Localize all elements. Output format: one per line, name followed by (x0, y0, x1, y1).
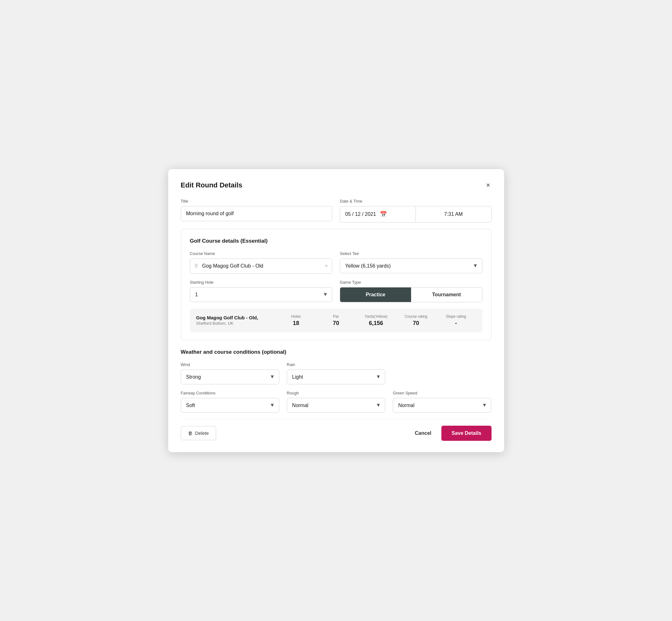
par-label: Par (316, 314, 356, 319)
weather-section-title: Weather and course conditions (optional) (181, 349, 492, 355)
par-value: 70 (316, 320, 356, 327)
date-value: 05 / 12 / 2021 (345, 211, 376, 217)
starting-hole-dropdown[interactable]: 1 (190, 287, 333, 302)
course-info-box: Gog Magog Golf Club - Old, Shelford Bott… (190, 308, 482, 332)
date-time-group: Date & Time 05 / 12 / 2021 📅 7:31 AM (340, 199, 492, 222)
edit-round-modal: Edit Round Details × Title Date & Time 0… (168, 169, 504, 452)
wind-rain-row: Wind Strong ▼ Rain Light ▼ (181, 362, 492, 384)
rough-select-wrap: Normal ▼ (287, 398, 385, 413)
fairway-dropdown[interactable]: Soft (181, 398, 279, 413)
fairway-group: Fairway Conditions Soft ▼ (181, 391, 279, 413)
calendar-icon: 📅 (380, 211, 387, 218)
fairway-label: Fairway Conditions (181, 391, 279, 396)
select-tee-group: Select Tee Yellow (6,156 yards) ▼ (340, 251, 482, 274)
select-tee-wrap: Yellow (6,156 yards) ▼ (340, 258, 482, 273)
trash-icon: 🗑 (188, 430, 193, 436)
title-label: Title (181, 199, 333, 204)
green-speed-label: Green Speed (393, 391, 491, 396)
holes-label: Holes (276, 314, 316, 319)
green-speed-select-wrap: Normal ▼ (393, 398, 491, 413)
game-type-group: Game Type Practice Tournament (340, 280, 482, 302)
rain-select-wrap: Light ▼ (287, 370, 385, 384)
holes-value: 18 (276, 320, 316, 327)
title-input[interactable] (181, 206, 333, 221)
starting-hole-group: Starting Hole 1 ▼ (190, 280, 333, 302)
slope-rating-value: - (436, 320, 476, 327)
wind-dropdown[interactable]: Strong (181, 370, 279, 384)
select-tee-label: Select Tee (340, 251, 482, 256)
wind-select-wrap: Strong ▼ (181, 370, 279, 384)
course-info-name: Gog Magog Golf Club - Old, Shelford Bott… (196, 315, 276, 326)
holes-stat: Holes 18 (276, 314, 316, 327)
game-type-label: Game Type (340, 280, 482, 285)
footer-right: Cancel Save Details (412, 426, 492, 441)
golf-course-title: Golf Course details (Essential) (190, 238, 482, 244)
practice-button[interactable]: Practice (340, 287, 411, 302)
green-speed-dropdown[interactable]: Normal (393, 398, 491, 413)
par-stat: Par 70 (316, 314, 356, 327)
game-type-toggle: Practice Tournament (340, 287, 482, 302)
course-location: Shelford Bottom, UK (196, 321, 276, 326)
course-name-group: Course Name ⚲ × (190, 251, 333, 274)
fairway-rough-green-row: Fairway Conditions Soft ▼ Rough Normal ▼ (181, 391, 492, 413)
wind-group: Wind Strong ▼ (181, 362, 279, 384)
weather-section: Weather and course conditions (optional)… (181, 349, 492, 413)
course-rating-value: 70 (396, 320, 436, 327)
date-time-label: Date & Time (340, 199, 492, 204)
rough-group: Rough Normal ▼ (287, 391, 385, 413)
cancel-button[interactable]: Cancel (412, 426, 434, 440)
course-rating-label: Course rating (396, 314, 436, 319)
footer-row: 🗑 Delete Cancel Save Details (181, 419, 492, 441)
slope-rating-label: Slope rating (436, 314, 476, 319)
course-rating-stat: Course rating 70 (396, 314, 436, 327)
rain-label: Rain (287, 362, 385, 367)
starting-hole-label: Starting Hole (190, 280, 333, 285)
time-part[interactable]: 7:31 AM (416, 206, 491, 222)
title-date-row: Title Date & Time 05 / 12 / 2021 📅 7:31 … (181, 199, 492, 222)
fairway-select-wrap: Soft ▼ (181, 398, 279, 413)
time-value: 7:31 AM (444, 211, 463, 217)
delete-button[interactable]: 🗑 Delete (181, 426, 216, 440)
golf-course-section: Golf Course details (Essential) Course N… (181, 229, 492, 340)
date-part[interactable]: 05 / 12 / 2021 📅 (340, 206, 416, 222)
date-time-row: 05 / 12 / 2021 📅 7:31 AM (340, 206, 492, 222)
green-speed-group: Green Speed Normal ▼ (393, 391, 491, 413)
modal-header: Edit Round Details × (181, 180, 492, 190)
course-tee-row: Course Name ⚲ × Select Tee Yellow (6,156… (190, 251, 482, 274)
tournament-button[interactable]: Tournament (411, 287, 482, 302)
save-details-button[interactable]: Save Details (442, 426, 491, 441)
search-icon: ⚲ (194, 263, 198, 269)
modal-title: Edit Round Details (181, 181, 243, 189)
close-button[interactable]: × (485, 180, 492, 190)
delete-label: Delete (195, 430, 209, 436)
course-name-label: Course Name (190, 251, 333, 256)
course-name-input-wrap: ⚲ × (190, 258, 333, 274)
rough-label: Rough (287, 391, 385, 396)
course-name-display: Gog Magog Golf Club - Old, (196, 315, 276, 320)
yards-stat: Yards(Yellow) 6,156 (356, 314, 396, 327)
starting-hole-wrap: 1 ▼ (190, 287, 333, 302)
slope-rating-stat: Slope rating - (436, 314, 476, 327)
hole-gametype-row: Starting Hole 1 ▼ Game Type Practice Tou… (190, 280, 482, 302)
rough-dropdown[interactable]: Normal (287, 398, 385, 413)
clear-icon[interactable]: × (325, 263, 328, 269)
select-tee-dropdown[interactable]: Yellow (6,156 yards) (340, 258, 482, 273)
course-name-input[interactable] (190, 258, 333, 274)
yards-label: Yards(Yellow) (356, 314, 396, 319)
rain-group: Rain Light ▼ (287, 362, 385, 384)
title-group: Title (181, 199, 333, 222)
wind-label: Wind (181, 362, 279, 367)
rain-dropdown[interactable]: Light (287, 370, 385, 384)
yards-value: 6,156 (356, 320, 396, 327)
